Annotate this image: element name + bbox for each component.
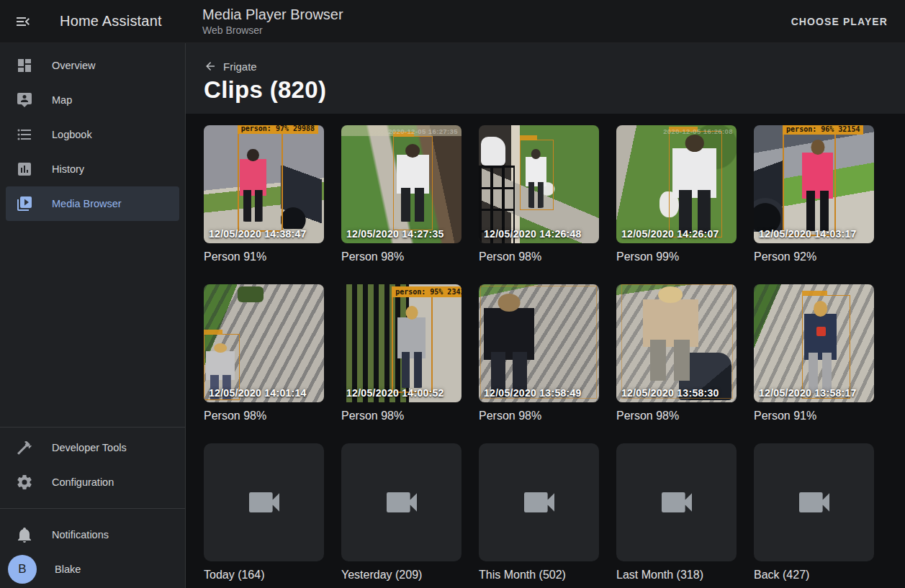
clip-caption: Person 99%	[616, 250, 737, 263]
clip-thumbnail: 12/05/2020 13:58:49	[479, 284, 599, 402]
sidebar-item-map[interactable]: Map	[6, 83, 179, 117]
sidebar-toggle-button[interactable]	[6, 4, 40, 39]
clip-thumbnail: person: 96% 32154 12/05/2020 14:03:17	[754, 125, 874, 243]
panel-subtitle: Web Browser	[202, 24, 343, 37]
video-icon	[519, 482, 559, 523]
clip-card[interactable]: 12/05/2020 13:58:17 Person 91%	[754, 284, 874, 422]
breadcrumb-back[interactable]: Frigate	[204, 60, 257, 73]
folder-tile	[616, 443, 737, 561]
folder-label: Last Month (318)	[616, 568, 737, 582]
sidebar-item-label: Developer Tools	[52, 442, 127, 453]
clip-thumbnail: person: 97% 29988 12/05/2020 14:38:47	[204, 125, 324, 243]
sidebar-item-developer-tools[interactable]: Developer Tools	[6, 430, 179, 465]
detection-bbox	[802, 295, 850, 399]
sidebar-item-label: Configuration	[52, 476, 114, 488]
detection-bbox	[621, 284, 733, 399]
clip-card[interactable]: 12/05/2020 13:58:49 Person 98%	[479, 284, 599, 422]
page-title: Clips (820)	[204, 76, 905, 104]
camera-osd-timestamp: 2020-12-05 16:26:08	[663, 127, 733, 135]
folder-label: Today (164)	[204, 568, 324, 582]
sidebar-item-configuration[interactable]: Configuration	[6, 465, 179, 499]
folder-card-this-month[interactable]: This Month (502)	[479, 443, 599, 582]
detection-label	[802, 291, 828, 296]
arrow-left-icon	[204, 60, 217, 73]
chart-box-icon	[16, 160, 33, 178]
sidebar-item-label: Logbook	[52, 129, 92, 140]
stroller-shape	[754, 158, 784, 232]
clip-caption: Person 91%	[204, 250, 324, 263]
clip-thumbnail: 2020-12-05 16:26:08 12/05/2020 14:26:07	[616, 125, 737, 243]
app-header: Home Assistant Media Player Browser Web …	[0, 0, 905, 43]
detection-label: person: 96% 32154	[783, 125, 863, 135]
detection-bbox: person: 97% 29988	[238, 132, 283, 232]
clip-card[interactable]: 12/05/2020 14:26:48 Person 98%	[479, 125, 599, 263]
menu-open-icon	[14, 13, 32, 30]
mower-shape	[238, 286, 264, 302]
detection-label	[520, 135, 538, 140]
clip-card[interactable]: 2020-12-05 16:27:35 12/05/2020 14:27:35 …	[341, 125, 461, 263]
hammer-icon	[16, 439, 33, 456]
detection-bbox: person: 96% 32154	[783, 133, 835, 236]
clip-card[interactable]: person: 95% 23432 12/05/2020 14:00:52 Pe…	[341, 284, 461, 422]
timestamp-overlay: 12/05/2020 14:00:52	[346, 387, 444, 399]
clip-thumbnail: 12/05/2020 13:58:30	[616, 284, 737, 402]
sidebar-spacer	[0, 221, 185, 424]
folder-tile	[754, 443, 874, 561]
folder-tile	[204, 443, 324, 561]
content-header: Frigate Clips (820)	[186, 43, 905, 114]
choose-player-button[interactable]: CHOOSE PLAYER	[785, 10, 893, 33]
sidebar-item-logbook[interactable]: Logbook	[6, 117, 179, 152]
clip-caption: Person 98%	[341, 409, 461, 422]
clip-caption: Person 91%	[754, 409, 874, 422]
gear-icon	[16, 474, 33, 491]
detection-label	[204, 330, 222, 335]
clip-thumbnail: 12/05/2020 13:58:17	[754, 284, 874, 402]
list-bulleted-icon	[16, 126, 33, 143]
camera-osd-timestamp: 2020-12-05 16:27:35	[388, 127, 458, 135]
clip-card[interactable]: person: 97% 29988 12/05/2020 14:38:47 Pe…	[204, 125, 324, 263]
clip-card[interactable]: 12/05/2020 14:01:14 Person 98%	[204, 284, 324, 422]
detection-bbox	[393, 136, 433, 230]
clip-card[interactable]: 2020-12-05 16:26:08 12/05/2020 14:26:07 …	[616, 125, 737, 263]
timestamp-overlay: 12/05/2020 14:03:17	[759, 228, 857, 240]
clip-card[interactable]: 12/05/2020 13:58:30 Person 98%	[616, 284, 737, 422]
folder-card-today[interactable]: Today (164)	[204, 443, 324, 582]
breadcrumb-label: Frigate	[223, 60, 257, 73]
clip-thumbnail: 2020-12-05 16:27:35 12/05/2020 14:27:35	[341, 125, 461, 243]
folder-card-last-month[interactable]: Last Month (318)	[616, 443, 737, 582]
detection-label: person: 97% 29988	[238, 125, 318, 134]
folder-label: Back (427)	[754, 568, 874, 582]
clip-caption: Person 98%	[204, 409, 324, 422]
sidebar-item-media-browser[interactable]: Media Browser	[6, 186, 179, 221]
sidebar-item-overview[interactable]: Overview	[6, 48, 179, 83]
media-grid: person: 97% 29988 12/05/2020 14:38:47 Pe…	[186, 114, 905, 588]
sidebar-divider	[0, 508, 185, 509]
clip-thumbnail: person: 95% 23432 12/05/2020 14:00:52	[341, 284, 461, 402]
sidebar-divider	[0, 427, 185, 428]
folder-tile	[479, 443, 599, 561]
timestamp-overlay: 12/05/2020 13:58:30	[621, 387, 719, 399]
sidebar-user-profile[interactable]: B Blake	[6, 552, 179, 587]
sidebar: Overview Map Logbook History Media Brows…	[0, 43, 186, 588]
clip-caption: Person 98%	[341, 250, 461, 263]
car-shape	[481, 137, 505, 165]
clip-caption: Person 98%	[479, 250, 599, 263]
timestamp-overlay: 12/05/2020 14:26:07	[621, 228, 719, 240]
video-icon	[657, 482, 697, 523]
video-icon	[382, 482, 422, 523]
folder-card-back[interactable]: Back (427)	[754, 443, 874, 582]
folder-card-yesterday[interactable]: Yesterday (209)	[341, 443, 461, 582]
clip-card[interactable]: person: 96% 32154 12/05/2020 14:03:17 Pe…	[754, 125, 874, 263]
sidebar-item-label: Overview	[52, 60, 95, 71]
folder-label: This Month (502)	[479, 568, 599, 582]
clip-thumbnail: 12/05/2020 14:01:14	[204, 284, 324, 402]
sidebar-item-history[interactable]: History	[6, 152, 179, 186]
timestamp-overlay: 12/05/2020 14:01:14	[209, 387, 307, 399]
play-box-multiple-icon	[16, 195, 33, 212]
sidebar-item-notifications[interactable]: Notifications	[6, 517, 179, 552]
timestamp-overlay: 12/05/2020 13:58:17	[759, 387, 857, 399]
sidebar-item-label: Media Browser	[52, 198, 122, 209]
video-icon	[244, 482, 284, 523]
bell-icon	[16, 526, 33, 543]
folder-tile	[341, 443, 461, 561]
